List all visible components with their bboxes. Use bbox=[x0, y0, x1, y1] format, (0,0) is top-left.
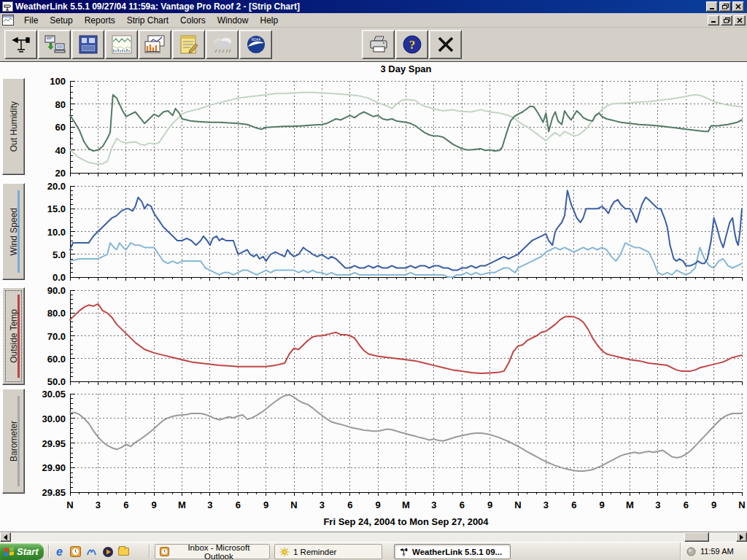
x-tick-label: 9 bbox=[255, 499, 277, 510]
panel-button-label: Outside Temp bbox=[9, 309, 19, 363]
left-arrow-icon bbox=[4, 534, 7, 540]
start-button[interactable]: Start bbox=[0, 543, 44, 560]
y-tick-label: 70.0 bbox=[20, 331, 66, 342]
x-tick-label: M bbox=[395, 499, 417, 510]
x-axis-labels: N369M369N369M369N369M369N bbox=[70, 499, 743, 511]
menu-help[interactable]: Help bbox=[254, 14, 284, 27]
menu-window[interactable]: Window bbox=[212, 14, 255, 27]
download-toolbar-button[interactable] bbox=[38, 30, 71, 59]
horizontal-scrollbar[interactable] bbox=[0, 532, 747, 542]
x-tick-label: 6 bbox=[451, 499, 473, 510]
noaa-toolbar-button[interactable]: NOAA bbox=[239, 30, 272, 59]
x-tick-label: N bbox=[283, 499, 305, 510]
x-tick-label: 3 bbox=[423, 499, 445, 510]
x-tick-label: 6 bbox=[675, 499, 697, 510]
media-player-icon[interactable] bbox=[101, 545, 115, 559]
x-tick-label: N bbox=[507, 499, 529, 510]
svg-text:NOAA: NOAA bbox=[251, 38, 260, 42]
system-tray: 11:59 AM bbox=[680, 542, 747, 560]
internet-explorer-icon[interactable]: e bbox=[53, 545, 66, 559]
menu-file[interactable]: File bbox=[18, 14, 44, 27]
noaa-icon: NOAA bbox=[245, 34, 267, 55]
task-reminder[interactable]: 1 Reminder bbox=[274, 544, 382, 559]
y-tick-label: 100 bbox=[20, 76, 66, 87]
panel-plot-wind-speed bbox=[70, 186, 743, 284]
y-tick-label: 5.0 bbox=[20, 249, 66, 260]
strip-chart-view: 3 Day Span Out Humidity10080604020Wind S… bbox=[0, 62, 747, 532]
close-view-toolbar-button[interactable] bbox=[429, 30, 462, 59]
console-toolbar-button[interactable] bbox=[71, 30, 104, 59]
y-tick-label: 20 bbox=[20, 168, 66, 179]
folder-icon[interactable] bbox=[117, 545, 131, 559]
help-icon: ? bbox=[401, 34, 423, 55]
msn-icon[interactable] bbox=[85, 545, 98, 559]
y-tick-label: 0.0 bbox=[20, 272, 66, 283]
x-tick-label: 3 bbox=[199, 499, 221, 510]
download-icon bbox=[44, 34, 66, 55]
scroll-right-button[interactable] bbox=[736, 532, 747, 542]
panel-button-label: Wind Speed bbox=[9, 208, 19, 255]
notes-toolbar-button[interactable] bbox=[172, 30, 205, 59]
menu-colors[interactable]: Colors bbox=[174, 14, 212, 27]
close-button[interactable] bbox=[732, 1, 744, 12]
outlook-task-icon bbox=[160, 547, 169, 556]
y-tick-label: 30.05 bbox=[20, 389, 66, 400]
help-toolbar-button[interactable]: ? bbox=[395, 30, 428, 59]
mdi-restore-button[interactable] bbox=[721, 15, 732, 26]
strip-chart-toolbar-button[interactable] bbox=[105, 30, 138, 59]
panel-plot-out-humidity bbox=[70, 81, 743, 179]
print-toolbar-button[interactable] bbox=[362, 30, 395, 59]
panel-button-label: Barometer bbox=[9, 421, 19, 462]
scrollbar-thumb[interactable] bbox=[684, 532, 709, 542]
restore-button[interactable] bbox=[719, 1, 731, 12]
console-icon bbox=[77, 34, 99, 55]
y-tick-label: 20.0 bbox=[20, 181, 66, 192]
y-tick-label: 29.85 bbox=[20, 487, 66, 498]
mdi-minimize-button[interactable] bbox=[708, 15, 719, 26]
task-inbox-outlook[interactable]: Inbox - Microsoft Outlook bbox=[155, 544, 270, 559]
x-tick-label: N bbox=[59, 499, 81, 510]
y-tick-label: 10.0 bbox=[20, 227, 66, 238]
x-tick-label: 9 bbox=[591, 499, 613, 510]
menu-reports[interactable]: Reports bbox=[79, 14, 121, 27]
mdi-close-button[interactable] bbox=[734, 15, 746, 26]
title-bar: WeatherLink 5.5.1 09/27/04 11:59a: Vanta… bbox=[0, 0, 747, 13]
y-tick-label: 29.95 bbox=[20, 438, 66, 449]
x-tick-label: M bbox=[619, 499, 641, 510]
x-tick-label: 9 bbox=[367, 499, 389, 510]
weathervane-toolbar-button[interactable] bbox=[4, 30, 37, 59]
chart-date-range: Fri Sep 24, 2004 to Mon Sep 27, 2004 bbox=[70, 516, 742, 527]
y-tick-label: 15.0 bbox=[20, 203, 66, 214]
y-tick-label: 60.0 bbox=[20, 354, 66, 365]
strip-chart-document-icon[interactable] bbox=[2, 15, 14, 26]
x-tick-label: 9 bbox=[703, 499, 725, 510]
x-tick-label: 3 bbox=[535, 499, 557, 510]
weatherlink-window: WeatherLink 5.5.1 09/27/04 11:59a: Vanta… bbox=[0, 0, 747, 560]
x-tick-label: 6 bbox=[115, 499, 137, 510]
x-tick-label: 9 bbox=[143, 499, 165, 510]
rain-icon bbox=[211, 34, 234, 55]
windows-flag-icon bbox=[4, 547, 14, 556]
menu-setup[interactable]: Setup bbox=[44, 14, 78, 27]
weatherlink-app-icon bbox=[2, 1, 13, 12]
plot-toolbar-button[interactable] bbox=[139, 30, 171, 59]
panel-plot-barometer bbox=[70, 394, 743, 499]
menu-strip-chart[interactable]: Strip Chart bbox=[121, 14, 174, 27]
x-tick-label: 3 bbox=[647, 499, 669, 510]
right-arrow-icon bbox=[740, 534, 743, 540]
y-tick-label: 90.0 bbox=[20, 285, 66, 296]
tray-status-icon[interactable] bbox=[686, 547, 696, 556]
x-tick-label: 6 bbox=[227, 499, 249, 510]
chart-canvas: Out Humidity10080604020Wind Speed20.015.… bbox=[0, 62, 747, 532]
minimize-button[interactable] bbox=[706, 1, 718, 12]
outlook-quicklaunch-icon[interactable] bbox=[69, 545, 82, 559]
task-weatherlink[interactable]: WeatherLink 5.5.1 09... bbox=[394, 544, 511, 559]
weathervane-icon bbox=[10, 34, 32, 55]
notes-icon bbox=[178, 34, 200, 55]
x-tick-label: 3 bbox=[311, 499, 333, 510]
x-tick-label: 9 bbox=[479, 499, 501, 510]
y-tick-label: 60 bbox=[20, 122, 66, 133]
clock: 11:59 AM bbox=[700, 547, 734, 556]
scroll-left-button[interactable] bbox=[0, 532, 11, 542]
rain-toolbar-button[interactable] bbox=[206, 30, 239, 59]
